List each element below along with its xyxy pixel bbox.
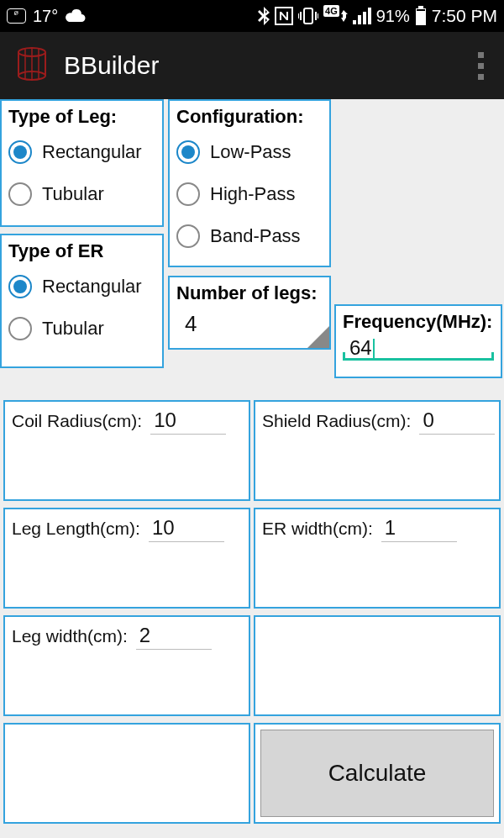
- leg-width-card: Leg width(cm):: [3, 615, 250, 716]
- status-bar: 𝆩 17° 4G 91% 7:50 PM: [0, 0, 504, 32]
- empty-card-2: [3, 723, 250, 824]
- overflow-menu-button[interactable]: [471, 45, 491, 87]
- number-of-legs-value[interactable]: 4: [176, 308, 323, 337]
- radio-unselected-icon: [8, 182, 32, 206]
- leg-type-rectangular-option[interactable]: Rectangular: [8, 131, 155, 173]
- frequency-card: Frequency(MHz): 64: [334, 304, 502, 378]
- leg-width-input[interactable]: [136, 622, 212, 650]
- type-of-leg-card: Type of Leg: Rectangular Tubular: [0, 99, 164, 227]
- number-of-legs-title: Number of legs:: [176, 282, 323, 304]
- shield-radius-input[interactable]: [419, 407, 495, 435]
- config-band-pass-label: Band-Pass: [210, 225, 301, 247]
- er-type-tubular-option[interactable]: Tubular: [8, 308, 155, 350]
- er-type-tubular-label: Tubular: [42, 318, 104, 340]
- clock: 7:50 PM: [432, 6, 497, 26]
- er-type-rectangular-label: Rectangular: [42, 276, 142, 298]
- radio-unselected-icon: [176, 182, 200, 206]
- empty-card: [254, 615, 501, 716]
- config-band-pass-option[interactable]: Band-Pass: [176, 215, 323, 257]
- frequency-input[interactable]: 64: [343, 336, 494, 361]
- er-width-label: ER width(cm):: [262, 519, 373, 539]
- er-type-rectangular-option[interactable]: Rectangular: [8, 266, 155, 308]
- battery-icon: [415, 6, 427, 26]
- radio-unselected-icon: [176, 224, 200, 248]
- bluetooth-icon: [258, 7, 270, 25]
- leg-type-rectangular-label: Rectangular: [42, 141, 142, 163]
- signal-icon: [353, 8, 371, 24]
- calculate-card: Calculate: [254, 723, 501, 824]
- app-title: BBuilder: [64, 51, 159, 80]
- calculate-button[interactable]: Calculate: [260, 730, 494, 817]
- svg-rect-3: [418, 6, 423, 8]
- svg-rect-1: [304, 8, 312, 24]
- type-of-leg-title: Type of Leg:: [8, 106, 155, 128]
- number-of-legs-card: Number of legs: 4: [168, 276, 331, 350]
- vibrate-icon: [298, 7, 318, 25]
- leg-length-input[interactable]: [149, 514, 224, 542]
- frequency-value: 64: [349, 336, 372, 359]
- voicemail-icon: 𝆩: [7, 8, 26, 24]
- configuration-title: Configuration:: [176, 106, 323, 128]
- cloud-icon: [65, 8, 87, 24]
- content: Type of Leg: Rectangular Tubular Type of…: [0, 99, 504, 838]
- leg-type-tubular-label: Tubular: [42, 183, 104, 205]
- leg-length-label: Leg Length(cm):: [12, 519, 140, 539]
- radio-selected-icon: [8, 140, 32, 164]
- app-icon: [13, 45, 50, 86]
- shield-radius-card: Shield Radius(cm):: [254, 400, 501, 501]
- radio-selected-icon: [176, 140, 200, 164]
- battery-percent: 91%: [376, 7, 410, 26]
- action-bar: BBuilder: [0, 32, 504, 99]
- config-low-pass-option[interactable]: Low-Pass: [176, 131, 323, 173]
- leg-length-card: Leg Length(cm):: [3, 508, 250, 609]
- leg-width-label: Leg width(cm):: [12, 626, 128, 646]
- network-4g-badge: 4G: [323, 10, 348, 22]
- status-right: 4G 91% 7:50 PM: [258, 6, 497, 26]
- coil-radius-label: Coil Radius(cm):: [12, 411, 142, 431]
- radio-unselected-icon: [8, 317, 32, 340]
- temperature: 17°: [33, 7, 58, 26]
- config-high-pass-option[interactable]: High-Pass: [176, 173, 323, 215]
- type-of-er-title: Type of ER: [8, 240, 155, 262]
- er-width-card: ER width(cm):: [254, 508, 501, 609]
- calculate-button-label: Calculate: [328, 760, 427, 787]
- config-high-pass-label: High-Pass: [210, 183, 295, 205]
- er-width-input[interactable]: [381, 514, 457, 542]
- coil-radius-input[interactable]: [150, 407, 226, 435]
- nfc-icon: [275, 7, 293, 25]
- type-of-er-card: Type of ER Rectangular Tubular: [0, 234, 164, 368]
- configuration-card: Configuration: Low-Pass High-Pass Band-P…: [168, 99, 331, 267]
- shield-radius-label: Shield Radius(cm):: [262, 411, 411, 431]
- config-low-pass-label: Low-Pass: [210, 141, 291, 163]
- coil-radius-card: Coil Radius(cm):: [3, 400, 250, 501]
- frequency-title: Frequency(MHz):: [343, 311, 494, 333]
- status-left: 𝆩 17°: [7, 7, 87, 26]
- leg-type-tubular-option[interactable]: Tubular: [8, 173, 155, 215]
- spinner-handle-icon[interactable]: [307, 326, 329, 348]
- radio-selected-icon: [8, 275, 32, 298]
- svg-rect-4: [417, 9, 425, 11]
